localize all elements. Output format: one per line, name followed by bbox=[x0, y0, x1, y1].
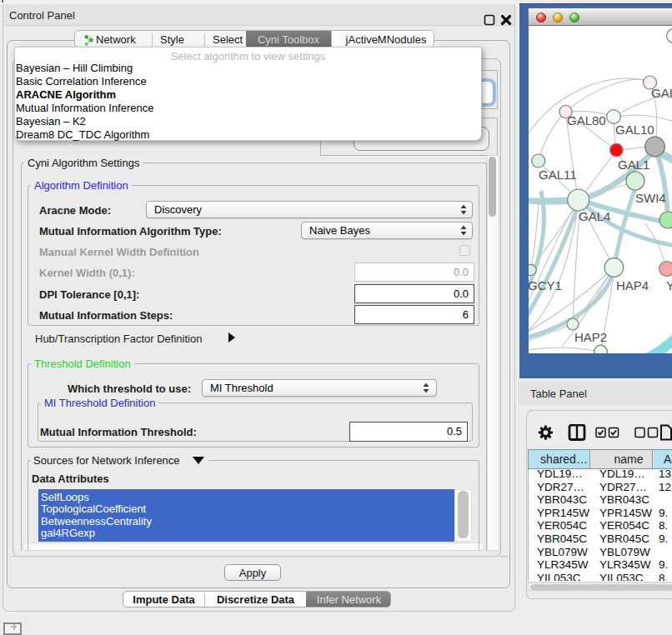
svg-text:SWI4: SWI4 bbox=[635, 191, 666, 205]
svg-text:GCY1: GCY1 bbox=[529, 278, 562, 292]
svg-text:GAL11: GAL11 bbox=[539, 168, 577, 182]
svg-text:Y: Y bbox=[666, 278, 672, 292]
svg-text:HAP2: HAP2 bbox=[574, 330, 607, 344]
svg-text:GAL4: GAL4 bbox=[579, 209, 610, 223]
svg-text:GAL10: GAL10 bbox=[615, 122, 654, 137]
svg-text:GAL7: GAL7 bbox=[651, 86, 672, 100]
svg-text:GAL1: GAL1 bbox=[618, 158, 649, 172]
svg-text:GAL80: GAL80 bbox=[567, 113, 606, 128]
svg-text:HAP4: HAP4 bbox=[616, 278, 649, 292]
